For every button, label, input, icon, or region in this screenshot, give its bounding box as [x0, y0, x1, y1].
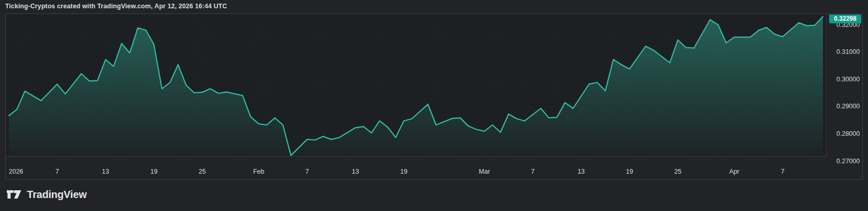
price-axis-label: 0.30000 [836, 75, 860, 83]
time-axis-label: Apr [729, 168, 739, 176]
time-axis-label: 19 [150, 168, 157, 176]
tradingview-logo[interactable]: TradingView [6, 187, 86, 202]
time-axis-label: 7 [781, 168, 785, 176]
chart-plot-area[interactable] [6, 14, 827, 157]
time-axis-label: Feb [253, 168, 265, 176]
time-axis-label: 13 [102, 168, 109, 176]
time-axis-label: 2026 [9, 168, 23, 176]
price-axis-label: 0.28000 [836, 130, 860, 138]
time-axis-label: 25 [674, 168, 682, 176]
time-axis-label: 13 [577, 168, 585, 176]
price-area-chart [6, 14, 826, 156]
time-axis-label: 19 [400, 168, 408, 176]
price-axis-label: 0.29000 [836, 102, 860, 110]
time-axis-label: 25 [199, 168, 206, 176]
price-axis-label: 0.31000 [836, 48, 860, 56]
chart-widget: 0.32298 0.320000.310000.300000.290000.28… [5, 13, 863, 180]
time-axis-label: 19 [626, 168, 633, 176]
last-price-badge: 0.32298 [829, 15, 861, 23]
time-axis-label: 7 [531, 168, 534, 176]
price-axis[interactable]: 0.32298 0.320000.310000.300000.290000.28… [827, 14, 863, 179]
time-axis-label: Mar [479, 168, 490, 176]
price-axis-label: 0.27000 [836, 157, 860, 165]
page-root: { "header": { "title": "Ticking-Cryptos … [0, 0, 868, 211]
time-axis[interactable]: 20267131925Feb71319Mar7131925Apr7 [6, 156, 826, 179]
tradingview-logo-text: TradingView [27, 189, 86, 201]
time-axis-label: 7 [55, 168, 59, 176]
time-axis-label: 13 [352, 168, 359, 176]
tradingview-logo-icon [6, 190, 22, 199]
time-axis-label: 7 [305, 168, 309, 176]
chart-title: Ticking-Cryptos created with TradingView… [5, 3, 227, 10]
grid-dots [6, 14, 826, 156]
